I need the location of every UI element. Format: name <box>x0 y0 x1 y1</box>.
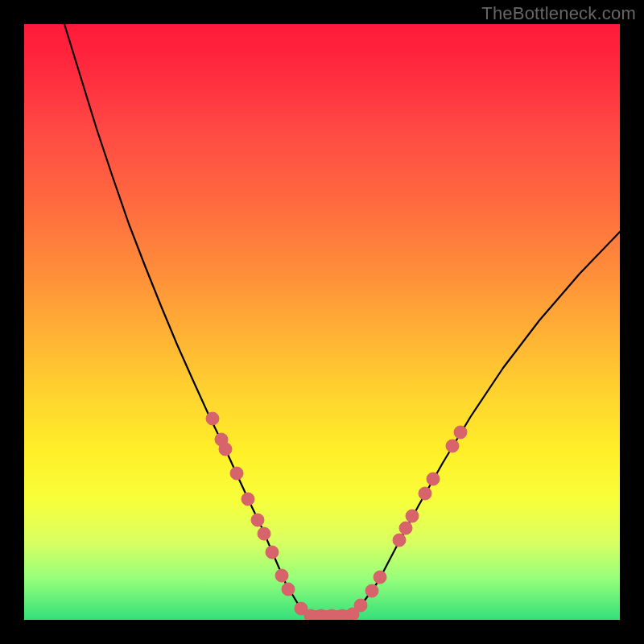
chart-frame: TheBottleneck.com <box>0 0 644 644</box>
data-marker <box>419 487 431 500</box>
data-marker <box>266 546 279 559</box>
data-marker <box>242 493 254 506</box>
data-marker <box>219 443 232 456</box>
curve-left-curve <box>64 24 310 616</box>
data-marker <box>230 467 243 480</box>
data-marker <box>275 569 288 582</box>
data-marker <box>374 571 386 584</box>
data-marker <box>206 412 219 425</box>
bottleneck-curve-chart <box>24 24 620 620</box>
data-marker <box>427 473 440 485</box>
data-marker <box>446 440 459 452</box>
data-marker <box>406 510 419 522</box>
data-marker <box>399 522 412 535</box>
data-marker <box>251 514 264 526</box>
curve-right-curve <box>350 232 620 616</box>
watermark-text: TheBottleneck.com <box>481 3 636 24</box>
data-marker <box>393 534 406 547</box>
data-marker <box>354 599 367 612</box>
data-marker <box>258 527 270 540</box>
data-marker <box>454 426 467 439</box>
data-marker <box>282 583 295 596</box>
data-marker <box>365 584 378 597</box>
plot-area <box>24 24 620 620</box>
